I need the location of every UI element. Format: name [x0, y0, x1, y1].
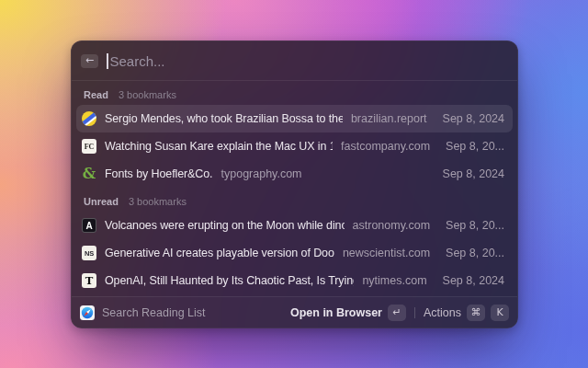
back-arrow-icon: ←: [85, 54, 94, 67]
bookmark-title: Volcanoes were erupting on the Moon whil…: [105, 219, 345, 232]
bookmark-title: OpenAI, Still Haunted by Its Chaotic Pas…: [105, 274, 354, 287]
bookmark-domain: typography.com: [221, 167, 302, 180]
astronomy-favicon-icon: A: [82, 218, 96, 233]
section-count: 3 bookmarks: [119, 89, 176, 100]
search-input-wrap: [107, 53, 508, 69]
reading-list-launcher-window: ← Read 3 bookmarks Sergio Mendes, who to…: [71, 40, 518, 328]
bookmark-domain: newscientist.com: [343, 247, 430, 259]
action-bar: Search Reading List Open in Browser ↵ Ac…: [72, 296, 517, 328]
section-header-unread: Unread 3 bookmarks: [72, 188, 517, 212]
bookmark-date: Sep 8, 2024: [435, 167, 504, 180]
bookmark-title: Sergio Mendes, who took Brazilian Bossa …: [105, 112, 343, 125]
section-count: 3 bookmarks: [129, 196, 187, 207]
section-label: Unread: [84, 196, 119, 207]
back-button[interactable]: ←: [81, 54, 98, 68]
list-item-sergio-mendes[interactable]: Sergio Mendes, who took Brazilian Bossa …: [76, 105, 513, 132]
bookmark-date: Sep 8, 20...: [438, 247, 504, 259]
bookmark-domain: fastcompany.com: [341, 140, 430, 153]
safari-compass-icon: [80, 305, 95, 320]
bookmark-title: Fonts by Hoefler&Co.: [105, 167, 213, 180]
bookmark-date: Sep 8, 2024: [435, 274, 504, 287]
brazilian-report-favicon-icon: [82, 111, 96, 126]
k-key-icon: K: [491, 305, 509, 321]
bookmark-domain: astronomy.com: [353, 219, 431, 232]
bookmark-title: Watching Susan Kare explain the Mac UX i…: [105, 140, 333, 153]
command-key-icon: ⌘: [467, 305, 485, 321]
return-key-icon: ↵: [388, 305, 406, 321]
bookmark-domain: nytimes.com: [362, 274, 426, 287]
search-bar: ←: [72, 41, 517, 81]
list-item-susan-kare[interactable]: FC Watching Susan Kare explain the Mac U…: [76, 132, 513, 160]
footer-divider: [414, 307, 415, 318]
hoefler-ampersand-favicon-icon: &: [82, 167, 96, 181]
list-item-openai-nyt[interactable]: T OpenAI, Still Haunted by Its Chaotic P…: [76, 267, 513, 294]
bookmark-domain: brazilian.report: [351, 112, 427, 125]
list-item-hoefler-fonts[interactable]: & Fonts by Hoefler&Co. typography.com Se…: [76, 160, 513, 188]
extension-name: Search Reading List: [102, 306, 206, 319]
fastcompany-favicon-icon: FC: [82, 139, 96, 154]
bookmark-date: Sep 8, 2024: [435, 112, 504, 125]
bookmark-date: Sep 8, 20...: [438, 140, 504, 153]
section-header-read: Read 3 bookmarks: [72, 81, 517, 105]
bookmark-title: Generative AI creates playable version o…: [105, 247, 334, 259]
bookmark-date: Sep 8, 20...: [438, 219, 504, 232]
nytimes-favicon-icon: T: [82, 273, 96, 288]
section-label: Read: [84, 89, 108, 100]
list-item-doom-generative-ai[interactable]: NS Generative AI creates playable versio…: [76, 239, 513, 267]
newscientist-favicon-icon: NS: [82, 246, 96, 260]
footer-actions: Open in Browser ↵ Actions ⌘ K: [290, 305, 509, 321]
search-input[interactable]: [108, 53, 509, 69]
actions-button[interactable]: Actions: [424, 306, 461, 319]
open-in-browser-button[interactable]: Open in Browser: [290, 306, 382, 319]
list-item-moon-volcanoes[interactable]: A Volcanoes were erupting on the Moon wh…: [76, 212, 513, 239]
